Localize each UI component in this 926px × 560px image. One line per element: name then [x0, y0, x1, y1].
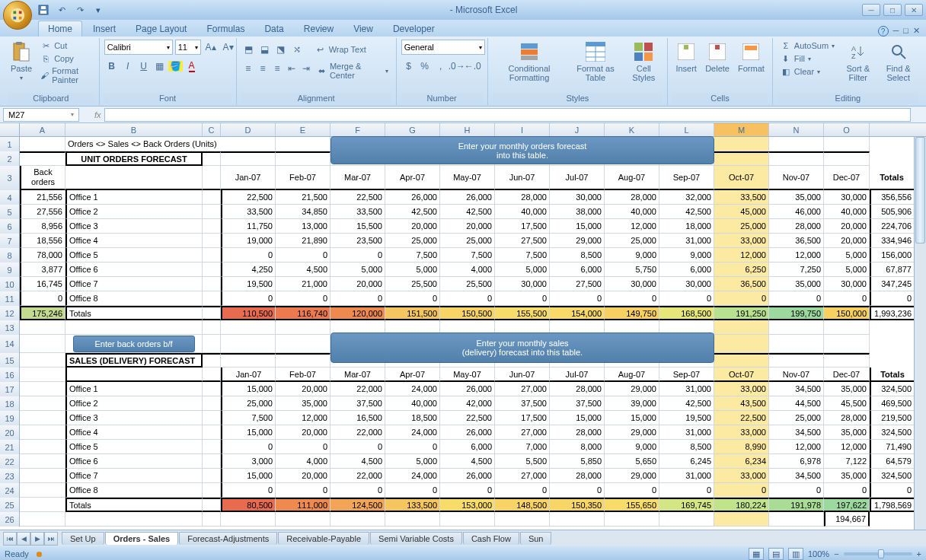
sheet-tab-cash-flow[interactable]: Cash Flow [463, 532, 519, 545]
month-header[interactable]: Sep-07 [659, 368, 714, 382]
cell[interactable] [276, 137, 330, 151]
col-header-E[interactable]: E [276, 123, 330, 136]
order-value[interactable]: 0 [276, 248, 330, 262]
sales-value[interactable]: 12,000 [824, 440, 870, 454]
sales-value[interactable]: 8,500 [659, 440, 714, 454]
office-name[interactable]: Office 4 [65, 234, 203, 248]
order-value[interactable]: 28,000 [495, 190, 550, 205]
cell[interactable] [203, 151, 221, 166]
row-header-25[interactable]: 25 [0, 498, 20, 512]
delete-cells-button[interactable]: Delete [702, 40, 733, 75]
cell[interactable] [714, 335, 769, 353]
col-header-B[interactable]: B [65, 123, 203, 136]
zoom-out-button[interactable]: − [834, 549, 838, 558]
order-value[interactable]: 12,000 [605, 219, 659, 234]
orders-total-month[interactable]: 191,250 [714, 306, 769, 320]
sales-value[interactable]: 12,000 [276, 411, 330, 425]
undo-icon[interactable]: ↶ [55, 3, 69, 17]
sheet-tab-sun[interactable]: Sun [520, 532, 552, 545]
month-header[interactable]: Jan-07 [221, 166, 276, 190]
sales-value[interactable]: 20,000 [276, 469, 330, 483]
cell[interactable] [20, 440, 65, 454]
sales-value[interactable]: 39,000 [605, 396, 659, 411]
orders-total-month[interactable]: 116,740 [276, 306, 330, 320]
cell[interactable] [20, 335, 65, 353]
sales-value[interactable]: 25,000 [769, 411, 824, 425]
order-value[interactable]: 42,500 [659, 205, 714, 219]
month-header[interactable]: Jun-07 [495, 368, 550, 382]
back-order-value[interactable]: 8,956 [20, 219, 65, 234]
order-value[interactable]: 40,000 [495, 205, 550, 219]
sheet-tab-orders-sales[interactable]: Orders - Sales [105, 532, 179, 545]
back-order-value[interactable]: 27,556 [20, 205, 65, 219]
cell[interactable] [769, 512, 824, 527]
order-value[interactable]: 25,000 [385, 234, 440, 248]
sales-value[interactable]: 33,000 [714, 469, 769, 483]
cell[interactable] [495, 512, 550, 527]
row-total[interactable]: 356,556 [870, 190, 915, 205]
month-header[interactable]: May-07 [440, 166, 495, 190]
row-header-15[interactable]: 15 [0, 353, 20, 368]
sales-value[interactable]: 24,000 [385, 382, 440, 396]
order-value[interactable]: 7,250 [769, 262, 824, 277]
cell[interactable] [221, 320, 276, 335]
cell[interactable] [824, 335, 870, 353]
sales-value[interactable]: 0 [221, 483, 276, 498]
cell[interactable] [203, 291, 221, 306]
row-header-16[interactable]: 16 [0, 368, 20, 382]
sales-value[interactable]: 19,500 [659, 411, 714, 425]
order-value[interactable]: 23,500 [330, 234, 385, 248]
office-name[interactable]: Office 5 [65, 248, 203, 262]
sales-value[interactable]: 35,000 [824, 469, 870, 483]
orders-total-month[interactable]: 155,500 [495, 306, 550, 320]
order-value[interactable]: 29,000 [550, 234, 605, 248]
sales-value[interactable]: 0 [330, 440, 385, 454]
month-header[interactable]: Feb-07 [276, 368, 330, 382]
border-button[interactable]: ▦ [152, 59, 168, 74]
cell[interactable] [714, 151, 769, 166]
order-value[interactable]: 27,500 [495, 234, 550, 248]
sales-total-month[interactable]: 133,500 [385, 498, 440, 512]
copy-button[interactable]: ⎘Copy [37, 52, 94, 65]
order-value[interactable]: 27,500 [550, 277, 605, 291]
sales-forecast-header[interactable]: SALES (DELIVERY) FORECAST [65, 353, 203, 368]
order-value[interactable]: 4,000 [440, 262, 495, 277]
sales-value[interactable]: 34,500 [769, 469, 824, 483]
cell[interactable] [203, 306, 221, 320]
col-header-D[interactable]: D [221, 123, 276, 136]
month-header[interactable]: Mar-07 [330, 166, 385, 190]
sales-value[interactable]: 29,000 [605, 425, 659, 440]
row-header-8[interactable]: 8 [0, 248, 20, 262]
row-total[interactable]: 67,877 [870, 262, 915, 277]
col-header-A[interactable]: A [20, 123, 65, 136]
row-header-5[interactable]: 5 [0, 205, 20, 219]
order-value[interactable]: 5,000 [385, 262, 440, 277]
align-left-icon[interactable]: ≡ [241, 61, 255, 76]
row-header-10[interactable]: 10 [0, 277, 20, 291]
order-value[interactable]: 12,000 [714, 248, 769, 262]
sales-value[interactable]: 31,000 [659, 425, 714, 440]
unit-orders-forecast-header[interactable]: UNIT ORDERS FORECAST [65, 151, 203, 166]
cell[interactable] [20, 498, 65, 512]
sales-value[interactable]: 4,000 [276, 454, 330, 469]
vertical-scrollbar[interactable] [914, 137, 926, 530]
find-select-button[interactable]: Find & Select [879, 40, 918, 84]
sales-total-month[interactable]: 197,622 [824, 498, 870, 512]
order-value[interactable]: 25,000 [440, 234, 495, 248]
sales-value[interactable]: 26,000 [440, 425, 495, 440]
cell[interactable] [221, 353, 276, 368]
window-restore-icon[interactable]: □ [903, 26, 908, 37]
sales-value[interactable]: 7,122 [824, 454, 870, 469]
sales-value[interactable]: 5,650 [605, 454, 659, 469]
cell[interactable] [203, 248, 221, 262]
row-header-14[interactable]: 14 [0, 335, 20, 353]
order-value[interactable]: 46,000 [769, 205, 824, 219]
order-value[interactable]: 25,000 [605, 234, 659, 248]
order-value[interactable]: 21,000 [276, 277, 330, 291]
back-order-value[interactable]: 78,000 [20, 248, 65, 262]
maximize-button[interactable]: □ [883, 4, 902, 16]
sales-value[interactable]: 28,000 [824, 411, 870, 425]
comma-icon[interactable]: , [433, 59, 449, 74]
sales-value[interactable]: 15,000 [605, 411, 659, 425]
row-total[interactable]: 347,245 [870, 277, 915, 291]
